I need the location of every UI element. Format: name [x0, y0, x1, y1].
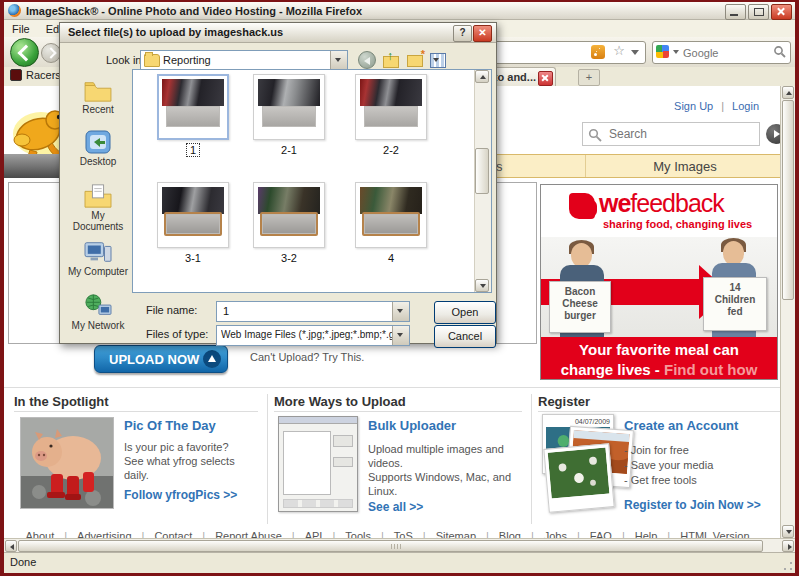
footer-link[interactable]: Tools: [345, 530, 384, 538]
file-thumbnail[interactable]: 4: [349, 182, 433, 266]
ad-find-out-how-link[interactable]: Find out how: [664, 361, 757, 378]
list-scroll-down-icon[interactable]: [475, 279, 489, 292]
sign-up-link[interactable]: Sign Up: [674, 100, 713, 112]
dialog-close-icon[interactable]: ✕: [473, 25, 492, 42]
cant-upload-link[interactable]: Can't Upload? Try This.: [250, 351, 364, 363]
sidebar-item-my-computer[interactable]: My Computer: [67, 239, 129, 277]
rss-icon[interactable]: [591, 45, 605, 59]
footer-link[interactable]: FAQ: [590, 530, 625, 538]
forward-icon[interactable]: [41, 43, 61, 63]
vertical-scroll-thumb[interactable]: [782, 100, 794, 300]
pic-of-the-day-image[interactable]: [20, 417, 114, 509]
google-logo-icon[interactable]: [656, 45, 669, 58]
vertical-scrollbar[interactable]: [780, 86, 795, 538]
sidebar-item-my-documents[interactable]: My Documents: [67, 183, 129, 232]
minimize-icon[interactable]: [725, 4, 746, 20]
file-name-input[interactable]: [221, 304, 375, 318]
footer-link[interactable]: Sitemap: [436, 530, 489, 538]
bookmark-star-icon[interactable]: ☆: [613, 43, 625, 58]
url-dropdown-caret-icon[interactable]: [631, 50, 639, 55]
scroll-down-icon[interactable]: [782, 525, 794, 538]
tab-close-icon[interactable]: [538, 71, 553, 86]
see-all-link[interactable]: See all >>: [368, 500, 423, 514]
footer-links: AboutAdvertisingContactReport AbuseAPITo…: [4, 530, 781, 538]
footer-link[interactable]: HTML Version: [680, 530, 759, 538]
resize-grip[interactable]: [782, 560, 794, 572]
open-button[interactable]: Open: [434, 301, 496, 324]
file-thumbnail-label: 1: [187, 144, 199, 156]
scroll-left-icon[interactable]: [5, 540, 17, 552]
menu-file[interactable]: File: [12, 23, 30, 35]
site-search-box[interactable]: [582, 122, 760, 146]
site-search-input[interactable]: [607, 126, 751, 142]
footer-link[interactable]: Help: [635, 530, 670, 538]
polaroid-card: [543, 443, 614, 513]
close-icon[interactable]: [771, 4, 792, 20]
file-thumbnail-image: [355, 74, 427, 140]
file-thumbnail[interactable]: 3-1: [151, 182, 235, 266]
footer-link[interactable]: Contact: [154, 530, 205, 538]
new-folder-icon[interactable]: *: [406, 51, 424, 69]
upload-now-button[interactable]: UPLOAD NOW: [94, 345, 228, 373]
scroll-up-icon[interactable]: [782, 86, 794, 99]
ad-footer[interactable]: Your favorite meal can change lives - Fi…: [541, 337, 777, 380]
up-one-level-icon[interactable]: ↑: [382, 51, 400, 69]
list-scroll-up-icon[interactable]: [475, 70, 489, 83]
login-link[interactable]: Login: [732, 100, 759, 112]
back-icon[interactable]: [10, 38, 39, 67]
account-links: Sign Up | Login: [674, 100, 759, 112]
list-scroll-thumb[interactable]: [475, 148, 489, 194]
footer-link[interactable]: Report Abuse: [215, 530, 295, 538]
scroll-right-icon[interactable]: [782, 540, 794, 552]
footer-link[interactable]: About: [25, 530, 67, 538]
sidebar-label: Desktop: [67, 156, 129, 167]
file-name-caret-icon[interactable]: [392, 302, 409, 321]
horizontal-scroll-thumb[interactable]: [18, 540, 763, 552]
file-type-combobox[interactable]: Web Image Files (*.jpg;*.jpeg;*.bmp;*.gi…: [216, 325, 410, 346]
dialog-titlebar[interactable]: Select file(s) to upload by imageshack.u…: [60, 23, 496, 43]
window-titlebar[interactable]: ImageShack® - Online Photo and Video Hos…: [4, 2, 795, 20]
sidebar-item-recent[interactable]: Recent: [67, 79, 129, 115]
restore-icon[interactable]: [748, 4, 769, 20]
follow-yfrogpics-link[interactable]: Follow yfrogPics >>: [124, 488, 237, 502]
google-search-box[interactable]: [652, 41, 791, 64]
horizontal-scrollbar[interactable]: [4, 538, 795, 553]
view-menu-icon[interactable]: [430, 51, 458, 69]
bulk-uploader-link[interactable]: Bulk Uploader: [368, 418, 456, 433]
sidebar-item-desktop[interactable]: Desktop: [67, 129, 129, 167]
file-type-caret-icon[interactable]: [392, 326, 409, 345]
look-in-caret-icon[interactable]: [330, 51, 347, 70]
file-name-combobox[interactable]: [216, 301, 410, 322]
tab-my-images[interactable]: My Images: [586, 159, 781, 174]
file-upload-dialog: Select file(s) to upload by imageshack.u…: [59, 22, 497, 344]
look-in-combobox[interactable]: Reporting: [140, 50, 348, 71]
google-search-input[interactable]: [681, 43, 765, 62]
footer-link[interactable]: Jobs: [544, 530, 580, 538]
file-thumbnail[interactable]: 2-2: [349, 74, 433, 158]
search-engine-caret-icon[interactable]: [673, 50, 679, 54]
sidebar-item-my-network[interactable]: My Network: [67, 293, 129, 331]
section-divider: [4, 387, 781, 388]
file-thumbnail[interactable]: 2-1: [247, 74, 331, 158]
pic-of-the-day-link[interactable]: Pic Of The Day: [124, 418, 216, 433]
footer-link[interactable]: ToS: [394, 530, 426, 538]
file-thumbnail[interactable]: 3-2: [247, 182, 331, 266]
create-account-link[interactable]: Create an Account: [624, 418, 738, 433]
footer-link[interactable]: API: [305, 530, 336, 538]
search-magnifier-icon[interactable]: [773, 45, 786, 58]
register-join-now-link[interactable]: Register to Join Now >>: [624, 498, 761, 512]
status-text: Done: [10, 556, 36, 568]
wefeedback-brand: wefeedback: [599, 189, 724, 218]
bulk-uploader-image[interactable]: [278, 416, 358, 512]
file-list-scrollbar[interactable]: [474, 70, 491, 292]
new-tab-icon[interactable]: +: [578, 69, 600, 86]
nav-back-icon[interactable]: [358, 51, 376, 69]
help-icon[interactable]: ?: [453, 25, 472, 42]
file-thumbnail[interactable]: 1: [151, 74, 235, 158]
search-go-icon[interactable]: [766, 124, 781, 144]
wefeedback-ad[interactable]: wefeedback sharing food, changing lives: [540, 184, 778, 380]
footer-link[interactable]: Blog: [499, 530, 534, 538]
file-list[interactable]: 1 2-1 2-2 3-1 3-2 4: [132, 69, 492, 293]
footer-link[interactable]: Advertising: [77, 530, 144, 538]
cancel-button[interactable]: Cancel: [434, 325, 496, 348]
